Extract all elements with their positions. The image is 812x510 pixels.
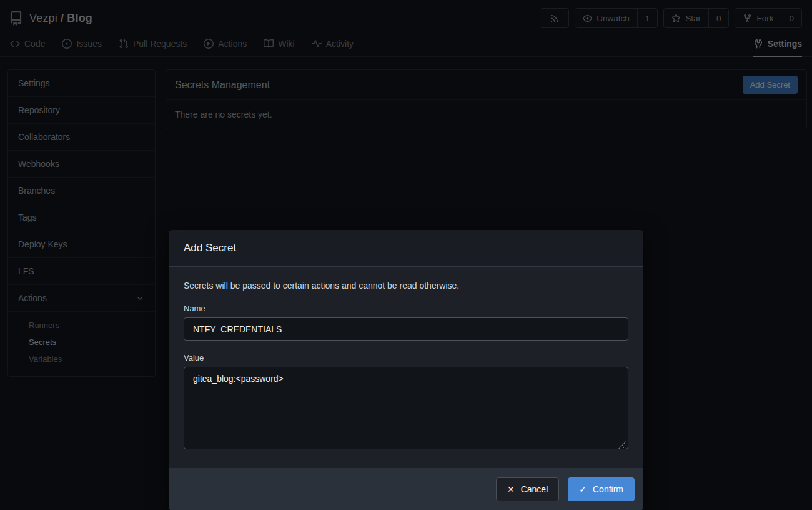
add-secret-modal: Add Secret Secrets will be passed to cer… [169, 230, 643, 510]
modal-footer: ✕ Cancel ✓ Confirm [169, 468, 643, 510]
modal-title: Add Secret [169, 230, 643, 267]
secret-value-textarea[interactable]: gitea_blog:<password> [184, 367, 628, 449]
secret-name-input[interactable] [184, 318, 628, 341]
close-icon: ✕ [507, 484, 515, 494]
value-field-label: Value [184, 353, 628, 362]
cancel-button[interactable]: ✕ Cancel [496, 478, 559, 501]
modal-description: Secrets will be passed to certain action… [184, 281, 628, 291]
modal-body: Secrets will be passed to certain action… [169, 267, 643, 468]
name-field-label: Name [184, 304, 628, 313]
confirm-button[interactable]: ✓ Confirm [568, 478, 635, 501]
check-icon: ✓ [579, 484, 587, 494]
